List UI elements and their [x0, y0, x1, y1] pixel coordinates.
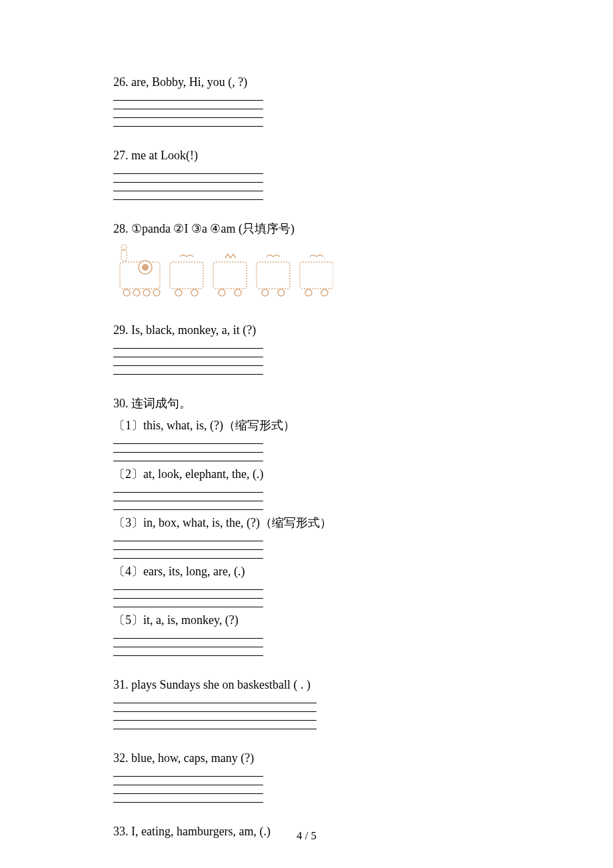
- answer-line[interactable]: [113, 366, 263, 375]
- answer-lines: [113, 695, 506, 729]
- svg-rect-3: [121, 250, 127, 261]
- q30-sub1: 〔1〕this, what, is, (?)（缩写形式）: [113, 417, 506, 461]
- answer-line[interactable]: [113, 118, 263, 127]
- question-31: 31. plays Sundays she on baskestball ( .…: [113, 676, 506, 729]
- q30-sub1-text: 〔1〕this, what, is, (?)（缩写形式）: [113, 417, 506, 435]
- answer-lines: [113, 92, 506, 127]
- answer-line[interactable]: [113, 541, 263, 550]
- answer-line[interactable]: [113, 183, 263, 191]
- answer-line[interactable]: [113, 501, 263, 510]
- svg-rect-9: [170, 262, 203, 289]
- answer-line[interactable]: [113, 484, 263, 493]
- question-32-text: 32. blue, how, caps, many (?): [113, 749, 506, 767]
- answer-line[interactable]: [113, 357, 263, 366]
- q33-num: 33.: [113, 825, 129, 838]
- q26-num: 26.: [113, 75, 129, 89]
- q30-num: 30.: [113, 397, 129, 410]
- q30-sub5: 〔5〕it, a, is, monkey, (?): [113, 611, 506, 656]
- q28-prompt: ①panda ②I ③a ④am (只填序号): [129, 222, 295, 235]
- svg-point-16: [262, 289, 269, 296]
- answer-line[interactable]: [113, 435, 263, 444]
- answer-line[interactable]: [113, 581, 263, 590]
- answer-line[interactable]: [113, 493, 263, 501]
- answer-line[interactable]: [113, 703, 316, 712]
- question-30: 30. 连词成句。 〔1〕this, what, is, (?)（缩写形式） 〔…: [113, 395, 506, 656]
- svg-point-10: [175, 289, 182, 296]
- question-29-text: 29. Is, black, monkey, a, it (?): [113, 321, 506, 339]
- answer-lines: [113, 581, 506, 607]
- answer-line[interactable]: [113, 695, 316, 703]
- q30-sub5-text: 〔5〕it, a, is, monkey, (?): [113, 611, 506, 629]
- answer-line[interactable]: [113, 768, 263, 777]
- answer-lines: [113, 340, 506, 375]
- svg-point-7: [143, 289, 150, 296]
- q28-num: 28.: [113, 222, 129, 235]
- answer-line[interactable]: [113, 101, 263, 109]
- answer-line[interactable]: [113, 191, 263, 200]
- page-number: 4 / 5: [297, 829, 316, 843]
- q30-sub3: 〔3〕in, box, what, is, the, (?)（缩写形式）: [113, 514, 506, 559]
- svg-rect-15: [257, 262, 290, 289]
- svg-point-19: [305, 289, 312, 296]
- train-illustration: [113, 243, 506, 301]
- svg-point-20: [321, 289, 328, 296]
- answer-lines: [113, 630, 506, 656]
- svg-point-5: [123, 289, 130, 296]
- answer-line[interactable]: [113, 777, 263, 785]
- answer-line[interactable]: [113, 630, 263, 639]
- question-30-title: 30. 连词成句。: [113, 395, 506, 413]
- answer-lines: [113, 768, 506, 803]
- answer-line[interactable]: [113, 109, 263, 118]
- answer-line[interactable]: [113, 349, 263, 357]
- answer-line[interactable]: [113, 174, 263, 183]
- answer-line[interactable]: [113, 533, 263, 541]
- question-28: 28. ①panda ②I ③a ④am (只填序号): [113, 220, 506, 301]
- q32-prompt: blue, how, caps, many (?): [129, 751, 255, 765]
- q31-num: 31.: [113, 678, 129, 691]
- q30-sub2: 〔2〕at, look, elephant, the, (.): [113, 465, 506, 510]
- q29-num: 29.: [113, 323, 129, 337]
- svg-point-2: [142, 264, 149, 271]
- q30-sub2-text: 〔2〕at, look, elephant, the, (.): [113, 465, 506, 483]
- question-31-text: 31. plays Sundays she on baskestball ( .…: [113, 676, 506, 694]
- svg-rect-18: [300, 262, 333, 289]
- q30-sub4-text: 〔4〕ears, its, long, are, (.): [113, 563, 506, 581]
- question-26-text: 26. are, Bobby, Hi, you (, ?): [113, 73, 506, 91]
- question-27: 27. me at Look(!): [113, 147, 506, 200]
- answer-lines: [113, 435, 506, 461]
- answer-line[interactable]: [113, 721, 316, 729]
- answer-line[interactable]: [113, 165, 263, 174]
- svg-point-8: [153, 289, 160, 296]
- answer-line[interactable]: [113, 785, 263, 794]
- svg-point-13: [219, 289, 225, 296]
- q33-prompt: I, eating, hamburgers, am, (.): [129, 825, 271, 838]
- answer-line[interactable]: [113, 92, 263, 101]
- q32-num: 32.: [113, 751, 129, 765]
- question-28-text: 28. ①panda ②I ③a ④am (只填序号): [113, 220, 506, 238]
- answer-line[interactable]: [113, 444, 263, 453]
- answer-line[interactable]: [113, 712, 316, 721]
- q29-prompt: Is, black, monkey, a, it (?): [129, 323, 257, 337]
- answer-line[interactable]: [113, 647, 263, 656]
- svg-point-4: [121, 245, 127, 250]
- answer-line[interactable]: [113, 453, 263, 461]
- question-32: 32. blue, how, caps, many (?): [113, 749, 506, 803]
- answer-line[interactable]: [113, 794, 263, 803]
- answer-line[interactable]: [113, 340, 263, 349]
- svg-rect-12: [213, 262, 247, 289]
- svg-point-14: [235, 289, 241, 296]
- answer-line[interactable]: [113, 639, 263, 647]
- answer-lines: [113, 533, 506, 559]
- q27-prompt: me at Look(!): [129, 149, 198, 162]
- q30-title-text: 连词成句。: [129, 397, 192, 410]
- question-27-text: 27. me at Look(!): [113, 147, 506, 165]
- answer-lines: [113, 165, 506, 200]
- answer-line[interactable]: [113, 550, 263, 559]
- q27-num: 27.: [113, 149, 129, 162]
- svg-point-6: [133, 289, 140, 296]
- svg-point-11: [191, 289, 198, 296]
- answer-line[interactable]: [113, 599, 263, 607]
- answer-line[interactable]: [113, 590, 263, 599]
- question-29: 29. Is, black, monkey, a, it (?): [113, 321, 506, 375]
- q30-sub3-text: 〔3〕in, box, what, is, the, (?)（缩写形式）: [113, 514, 506, 532]
